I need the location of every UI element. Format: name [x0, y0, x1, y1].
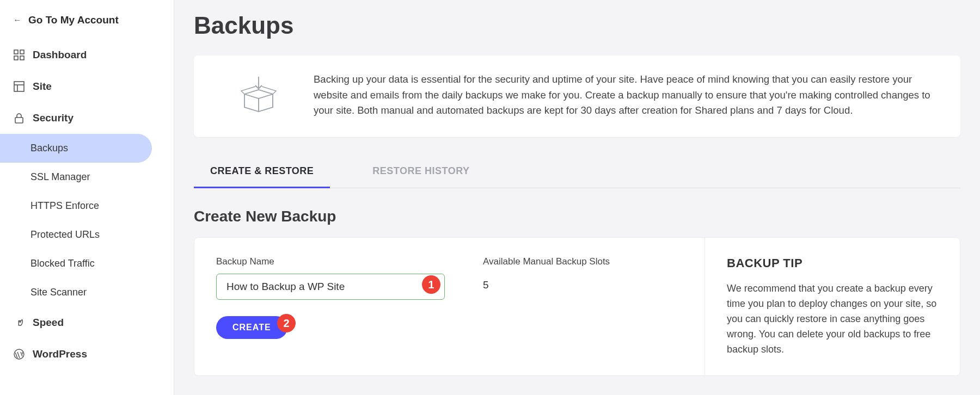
sidebar-sub-label: Blocked Traffic [30, 258, 95, 269]
svg-rect-2 [14, 56, 18, 60]
sidebar-sub-site-scanner[interactable]: Site Scanner [0, 278, 174, 307]
create-backup-panel: Backup Name 1 Available Manual Backup Sl… [194, 237, 960, 376]
create-button[interactable]: CREATE [216, 316, 287, 339]
sidebar-item-label: Speed [33, 317, 64, 329]
sidebar-sub-label: SSL Manager [30, 171, 90, 182]
go-back-label: Go To My Account [28, 14, 119, 26]
grid-icon [13, 49, 25, 61]
page-title: Backups [194, 0, 960, 55]
sidebar-item-label: WordPress [33, 348, 87, 360]
svg-rect-3 [20, 56, 24, 60]
sidebar-sub-label: Backups [30, 143, 68, 153]
sidebar-sub-label: HTTPS Enforce [30, 200, 99, 211]
svg-rect-4 [14, 82, 24, 91]
layout-icon [13, 81, 25, 92]
arrow-left-icon: ← [13, 15, 22, 25]
lock-icon [13, 112, 25, 124]
panel-left: Backup Name 1 Available Manual Backup Sl… [194, 237, 705, 376]
annotation-1: 1 [422, 275, 440, 294]
tip-title: BACKUP TIP [727, 256, 938, 270]
sidebar-sub-label: Protected URLs [30, 229, 100, 240]
slots-label: Available Manual Backup Slots [483, 256, 610, 267]
backup-name-input[interactable] [216, 274, 445, 300]
go-to-my-account-link[interactable]: ← Go To My Account [0, 9, 174, 39]
sidebar-sub-protected-urls[interactable]: Protected URLs [0, 220, 174, 249]
sidebar-sub-label: Site Scanner [30, 287, 87, 298]
sidebar-item-security[interactable]: Security [0, 102, 174, 134]
tab-create-restore[interactable]: Create & Restore [194, 156, 330, 188]
sidebar-sub-https-enforce[interactable]: HTTPS Enforce [0, 192, 174, 220]
slots-value: 5 [483, 274, 610, 291]
info-card: Backing up your data is essential for th… [194, 55, 960, 137]
box-down-icon [234, 72, 283, 121]
sidebar-item-label: Security [33, 112, 74, 124]
sidebar-sub-blocked-traffic[interactable]: Blocked Traffic [0, 249, 174, 278]
svg-rect-0 [14, 50, 18, 54]
svg-rect-7 [15, 118, 23, 123]
wordpress-icon [13, 348, 25, 360]
rocket-icon [13, 317, 25, 329]
sidebar-item-label: Site [33, 81, 52, 92]
sidebar-item-label: Dashboard [33, 49, 87, 61]
sidebar-sub-backups[interactable]: Backups [0, 134, 152, 163]
panel-tip: BACKUP TIP We recommend that you create … [705, 237, 960, 376]
sidebar: ← Go To My Account Dashboard Site Securi… [0, 0, 174, 395]
sidebar-item-site[interactable]: Site [0, 71, 174, 102]
tabs: Create & Restore Restore History [194, 156, 960, 188]
info-description: Backing up your data is essential for th… [314, 72, 942, 119]
tip-text: We recommend that you create a backup ev… [727, 281, 938, 357]
backup-name-label: Backup Name [216, 256, 445, 267]
section-title: Create New Backup [194, 208, 960, 225]
main-content: Backups Backing up your data is essentia… [174, 0, 980, 395]
sidebar-item-wordpress[interactable]: WordPress [0, 338, 174, 370]
sidebar-sub-ssl-manager[interactable]: SSL Manager [0, 163, 174, 192]
svg-rect-1 [20, 50, 24, 54]
svg-point-8 [20, 321, 21, 323]
sidebar-item-speed[interactable]: Speed [0, 307, 174, 338]
sidebar-item-dashboard[interactable]: Dashboard [0, 39, 174, 71]
annotation-2: 2 [277, 314, 296, 332]
tab-restore-history[interactable]: Restore History [356, 156, 486, 188]
